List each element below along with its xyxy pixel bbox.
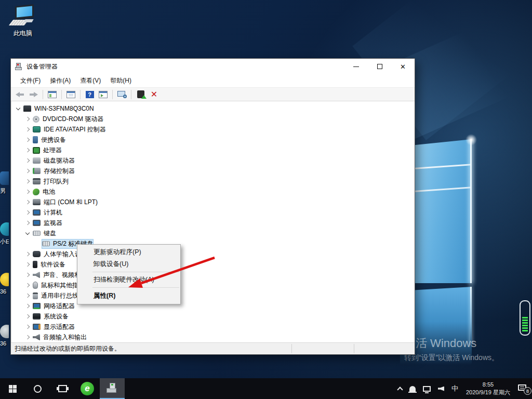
chevron-right-icon[interactable] bbox=[25, 210, 30, 215]
tree-item[interactable]: 声音、视频和游戏控制器 bbox=[11, 270, 415, 280]
menu-view[interactable]: 查看(V) bbox=[75, 75, 105, 87]
computer-icon bbox=[23, 105, 31, 112]
menu-item-scan-hardware-changes[interactable]: 扫描检测硬件改动(A) bbox=[77, 274, 180, 286]
back-arrow-icon[interactable] bbox=[14, 89, 26, 100]
tree-item[interactable]: 人体学输入设备 bbox=[11, 249, 415, 259]
tree-item[interactable]: 网络适配器 bbox=[11, 301, 415, 311]
tree-item-label: WIN-S3FNM8Q3C0N bbox=[34, 105, 94, 112]
desktop-icon-label: 36 bbox=[0, 288, 9, 295]
tree-item[interactable]: 电池 bbox=[11, 187, 415, 197]
menu-action[interactable]: 操作(A) bbox=[45, 75, 75, 87]
chevron-right-icon[interactable] bbox=[25, 294, 30, 298]
desktop-icon-partial[interactable]: 男 bbox=[0, 171, 9, 195]
close-button[interactable]: ✕ bbox=[391, 59, 415, 74]
maximize-button[interactable] bbox=[368, 59, 391, 74]
chevron-right-icon[interactable] bbox=[25, 221, 30, 225]
minimize-button[interactable] bbox=[344, 59, 368, 74]
chevron-right-icon[interactable] bbox=[25, 283, 30, 287]
uninstall-device-icon[interactable]: ✕ bbox=[148, 89, 160, 100]
tree-item-label: 音频输入和输出 bbox=[43, 333, 87, 342]
chevron-down-icon[interactable] bbox=[16, 105, 20, 110]
chevron-right-icon[interactable] bbox=[25, 148, 30, 152]
desktop-icon-partial[interactable]: 36 bbox=[0, 273, 9, 295]
update-driver-icon[interactable] bbox=[135, 89, 147, 100]
storage-controller-icon bbox=[33, 168, 41, 174]
menu-item-update-driver[interactable]: 更新驱动程序(P) bbox=[77, 246, 180, 258]
browser-taskbar-button[interactable]: e bbox=[75, 378, 100, 399]
start-button[interactable] bbox=[0, 378, 25, 399]
window-title: 设备管理器 bbox=[26, 62, 58, 71]
tree-item[interactable]: 打印队列 bbox=[11, 176, 415, 187]
ime-indicator[interactable]: 中 bbox=[448, 378, 462, 399]
desktop-icon-partial[interactable]: 小E bbox=[0, 222, 9, 246]
volume-button[interactable] bbox=[434, 378, 448, 399]
help-icon[interactable]: ? bbox=[84, 89, 96, 100]
tree-item-label: 打印队列 bbox=[44, 177, 69, 186]
menu-item-uninstall-device[interactable]: 卸载设备(U) bbox=[77, 258, 180, 270]
chevron-right-icon[interactable] bbox=[25, 335, 30, 339]
menu-help[interactable]: 帮助(H) bbox=[105, 75, 136, 87]
chevron-right-icon[interactable] bbox=[25, 314, 30, 318]
scan-hardware-changes-icon[interactable] bbox=[116, 89, 128, 100]
properties-window-icon[interactable] bbox=[65, 89, 77, 100]
tree-item-label: 电池 bbox=[43, 188, 55, 196]
chevron-right-icon[interactable] bbox=[25, 127, 30, 131]
desktop-icon-this-pc[interactable]: 此电脑 bbox=[6, 4, 39, 38]
tree-item[interactable]: 端口 (COM 和 LPT) bbox=[11, 197, 415, 207]
chevron-right-icon[interactable] bbox=[25, 169, 30, 173]
menu-file[interactable]: 文件(F) bbox=[16, 75, 45, 87]
action-pane-icon[interactable] bbox=[97, 89, 109, 100]
this-pc-icon bbox=[11, 4, 35, 27]
title-bar[interactable]: 设备管理器 ✕ bbox=[11, 59, 415, 74]
tree-item[interactable]: 监视器 bbox=[11, 218, 415, 228]
chevron-down-icon[interactable] bbox=[25, 230, 30, 234]
chevron-right-icon[interactable] bbox=[25, 158, 30, 163]
clock[interactable]: 8:55 2020/9/19 星期六 bbox=[462, 381, 514, 396]
tree-item[interactable]: 音频输入和输出 bbox=[11, 332, 415, 342]
tree-item[interactable]: 系统设备 bbox=[11, 311, 415, 322]
chevron-right-icon[interactable] bbox=[25, 252, 30, 256]
tree-item[interactable]: 存储控制器 bbox=[11, 166, 415, 176]
tray-overflow-button[interactable] bbox=[394, 378, 406, 399]
chevron-right-icon[interactable] bbox=[25, 200, 30, 204]
tree-item-ps2-keyboard-selected[interactable]: PS/2 标准键盘 bbox=[11, 238, 415, 249]
chevron-right-icon[interactable] bbox=[25, 138, 30, 142]
chevron-right-icon[interactable] bbox=[25, 262, 30, 267]
show-console-tree-icon[interactable] bbox=[46, 89, 58, 100]
task-view-button[interactable] bbox=[50, 378, 75, 399]
usb-controller-icon bbox=[33, 292, 38, 299]
action-center-button[interactable]: 8 bbox=[514, 378, 532, 399]
tree-item-label: 计算机 bbox=[44, 208, 62, 217]
ide-controller-icon bbox=[33, 126, 41, 132]
toolbar: ? ✕ bbox=[11, 87, 415, 101]
notifications-button[interactable] bbox=[406, 378, 419, 399]
chevron-right-icon[interactable] bbox=[25, 179, 30, 183]
tree-item-computer-root[interactable]: WIN-S3FNM8Q3C0N bbox=[11, 103, 415, 114]
tree-item[interactable]: DVD/CD-ROM 驱动器 bbox=[11, 114, 415, 124]
print-queue-icon bbox=[33, 178, 41, 184]
forward-arrow-icon[interactable] bbox=[28, 89, 39, 100]
tree-item[interactable]: 鼠标和其他指针设备 bbox=[11, 280, 415, 290]
network-button[interactable] bbox=[419, 378, 434, 399]
tree-item[interactable]: 处理器 bbox=[11, 145, 415, 155]
chevron-right-icon[interactable] bbox=[25, 325, 30, 329]
tree-item[interactable]: 计算机 bbox=[11, 207, 415, 218]
chevron-right-icon[interactable] bbox=[25, 304, 30, 308]
tree-item-keyboard[interactable]: 键盘 bbox=[11, 228, 415, 238]
tree-item[interactable]: 便携设备 bbox=[11, 135, 415, 145]
device-tree: WIN-S3FNM8Q3C0N DVD/CD-ROM 驱动器 IDE ATA/A… bbox=[11, 101, 415, 342]
chevron-right-icon[interactable] bbox=[25, 273, 30, 277]
chevron-right-icon[interactable] bbox=[25, 117, 30, 121]
tree-item[interactable]: 软件设备 bbox=[11, 259, 415, 270]
tree-item[interactable]: 显示适配器 bbox=[11, 322, 415, 332]
menu-item-properties[interactable]: 属性(R) bbox=[77, 289, 180, 302]
search-button[interactable] bbox=[25, 378, 50, 399]
processor-icon bbox=[33, 147, 40, 154]
tree-item[interactable]: 磁盘驱动器 bbox=[11, 155, 415, 166]
desktop-icon-label: 此电脑 bbox=[6, 29, 39, 38]
tree-item[interactable]: IDE ATA/ATAPI 控制器 bbox=[11, 124, 415, 135]
desktop-icon-partial[interactable]: 36 bbox=[0, 325, 9, 347]
device-manager-taskbar-button[interactable] bbox=[100, 378, 125, 399]
chevron-right-icon[interactable] bbox=[25, 190, 30, 194]
tree-item[interactable]: 通用串行总线控制器 bbox=[11, 290, 415, 301]
